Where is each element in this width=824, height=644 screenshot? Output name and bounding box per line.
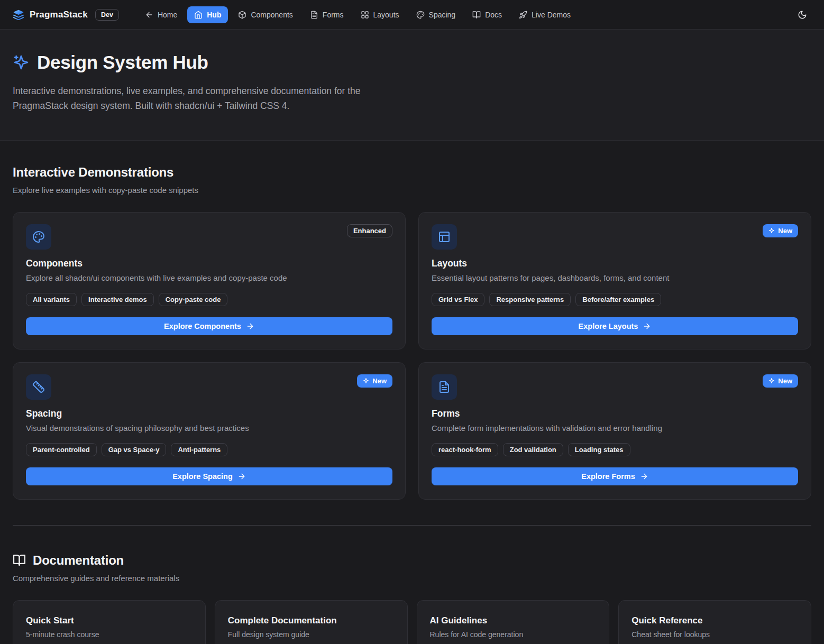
nav-label: Home (158, 11, 177, 19)
home-icon (194, 11, 203, 19)
demos-subheading: Explore live examples with copy-paste co… (13, 186, 811, 195)
doc-card-title: Quick Reference (631, 615, 798, 626)
nav-item-docs[interactable]: Docs (465, 6, 509, 23)
demo-card-grid: Enhanced Components Explore all shadcn/u… (13, 212, 811, 500)
hero-section: Design System Hub Interactive demonstrat… (0, 30, 824, 141)
file-text-icon (432, 374, 457, 400)
card-description: Visual demonstrations of spacing philoso… (26, 424, 392, 433)
sparkles-icon (768, 227, 775, 234)
new-badge: New (763, 374, 798, 388)
card-title: Spacing (26, 408, 392, 419)
demo-card-components: Enhanced Components Explore all shadcn/u… (13, 212, 406, 349)
demos-heading: Interactive Demonstrations (13, 165, 811, 180)
palette-icon (26, 224, 51, 250)
doc-card-description: Rules for AI code generation (430, 630, 597, 639)
tag-badge: Zod validation (503, 443, 563, 456)
nav-item-live-demos[interactable]: Live Demos (512, 6, 578, 23)
env-badge: Dev (95, 9, 119, 21)
nav-item-home[interactable]: Home (138, 6, 184, 23)
doc-card-complete-documentation[interactable]: Complete Documentation Full design syste… (215, 600, 408, 644)
layers-icon (13, 9, 24, 21)
doc-card-title: Quick Start (26, 615, 193, 626)
tag-badge: All variants (26, 293, 77, 306)
arrow-right-icon (246, 322, 254, 330)
page-title: Design System Hub (37, 52, 208, 73)
explore-forms-button[interactable]: Explore Forms (432, 467, 798, 485)
demo-card-forms: New Forms Complete form implementations … (418, 362, 811, 500)
doc-card-description: Cheat sheet for lookups (631, 630, 798, 639)
tag-badge: react-hook-form (432, 443, 498, 456)
button-label: Explore Forms (581, 472, 635, 481)
arrow-right-icon (640, 472, 648, 481)
nav-item-spacing[interactable]: Spacing (409, 6, 463, 23)
main-nav: Home Hub Components Forms Layouts (138, 6, 578, 23)
panels-top-icon (432, 224, 457, 250)
doc-card-quick-start[interactable]: Quick Start 5-minute crash course (13, 600, 206, 644)
main-content: Interactive Demonstrations Explore live … (0, 141, 824, 644)
section-divider (13, 525, 811, 526)
tag-badge: Before/after examples (575, 293, 661, 306)
explore-spacing-button[interactable]: Explore Spacing (26, 467, 392, 485)
moon-icon (798, 10, 807, 20)
button-label: Explore Spacing (172, 472, 233, 481)
new-badge: New (357, 374, 392, 388)
book-open-icon (13, 554, 26, 567)
rocket-icon (519, 11, 527, 19)
nav-item-components[interactable]: Components (231, 6, 299, 23)
card-title: Forms (432, 408, 798, 419)
nav-label: Docs (485, 11, 502, 19)
doc-card-description: 5-minute crash course (26, 630, 193, 639)
tag-badge: Copy-paste code (159, 293, 228, 306)
new-badge: New (763, 224, 798, 237)
card-description: Essential layout patterns for pages, das… (432, 273, 798, 282)
brand-name: PragmaStack (30, 10, 88, 20)
demo-card-spacing: New Spacing Visual demonstrations of spa… (13, 362, 406, 500)
tag-badge: Loading states (568, 443, 630, 456)
nav-item-hub[interactable]: Hub (187, 6, 228, 23)
button-label: Explore Layouts (579, 322, 638, 330)
brand[interactable]: PragmaStack (13, 9, 88, 21)
arrow-right-icon (237, 472, 246, 481)
file-text-icon (310, 11, 318, 19)
arrow-left-icon (145, 11, 153, 19)
button-label: Explore Components (164, 322, 241, 330)
doc-card-quick-reference[interactable]: Quick Reference Cheat sheet for lookups (618, 600, 811, 644)
docs-card-grid: Quick Start 5-minute crash course Comple… (13, 600, 811, 644)
layout-grid-icon (361, 11, 369, 19)
tag-badge: Gap vs Space-y (102, 443, 167, 456)
tag-badge: Parent-controlled (26, 443, 97, 456)
tag-badge: Interactive demos (81, 293, 154, 306)
tag-badge: Responsive patterns (489, 293, 571, 306)
doc-card-title: AI Guidelines (430, 615, 597, 626)
docs-subheading: Comprehensive guides and reference mater… (13, 574, 811, 583)
ruler-icon (26, 374, 51, 400)
tag-badge: Anti-patterns (171, 443, 227, 456)
nav-label: Components (251, 11, 292, 19)
doc-card-description: Full design system guide (228, 630, 395, 639)
card-title: Components (26, 258, 392, 269)
sparkles-icon (13, 54, 30, 71)
nav-label: Spacing (429, 11, 456, 19)
docs-heading: Documentation (33, 553, 124, 568)
nav-label: Layouts (373, 11, 399, 19)
tag-badge: Grid vs Flex (432, 293, 484, 306)
card-description: Explore all shadcn/ui components with li… (26, 273, 392, 282)
book-open-icon (472, 11, 481, 19)
nav-label: Forms (323, 11, 344, 19)
card-title: Layouts (432, 258, 798, 269)
demo-card-layouts: New Layouts Essential layout patterns fo… (418, 212, 811, 349)
explore-layouts-button[interactable]: Explore Layouts (432, 317, 798, 335)
doc-card-title: Complete Documentation (228, 615, 395, 626)
arrow-right-icon (643, 322, 651, 330)
top-navbar: PragmaStack Dev Home Hub Components Form (0, 0, 824, 30)
package-icon (238, 11, 246, 19)
explore-components-button[interactable]: Explore Components (26, 317, 392, 335)
badge-label: New (778, 377, 792, 385)
palette-icon (416, 11, 425, 19)
status-badge: Enhanced (347, 224, 392, 237)
nav-label: Live Demos (532, 11, 571, 19)
doc-card-ai-guidelines[interactable]: AI Guidelines Rules for AI code generati… (417, 600, 610, 644)
nav-item-layouts[interactable]: Layouts (354, 6, 406, 23)
nav-item-forms[interactable]: Forms (303, 6, 351, 23)
theme-toggle-button[interactable] (793, 6, 811, 24)
